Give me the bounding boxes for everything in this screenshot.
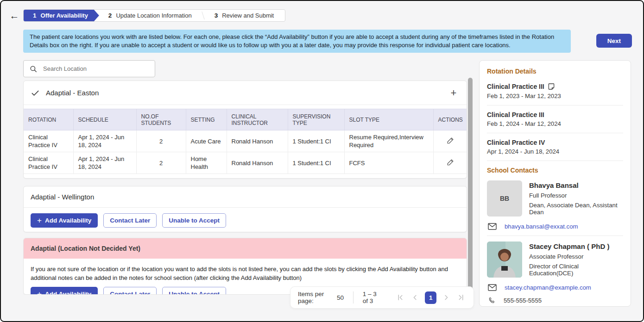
col-schedule: SCHEDULE xyxy=(73,109,136,130)
rotation-details-panel: Rotation Details Clinical Practice III F… xyxy=(479,60,631,307)
rotation-item: Clinical Practice III Feb 1, 2024 - Mar … xyxy=(487,111,623,133)
contact-name: Bhavya Bansal xyxy=(529,181,623,189)
contact-later-button[interactable]: Contact Later xyxy=(103,287,157,295)
items-per-page-label: Items per page: xyxy=(298,291,332,304)
step-review-submit[interactable]: 3 Review and Submit xyxy=(203,10,285,21)
add-availability-button[interactable]: + Add Availability xyxy=(31,287,98,295)
app-window: ← 1 Offer Availability 2 Update Location… xyxy=(0,0,644,322)
cell-setting: Acute Care xyxy=(186,130,227,152)
add-availability-button[interactable]: + Add Availability xyxy=(31,213,98,228)
cell-schedule: Apr 1, 2024 - Jun 18, 2024 xyxy=(73,130,136,152)
cell-instructor: Ronald Hanson xyxy=(227,152,288,174)
rotation-item: Clinical Practice III Feb 1, 2023 - Mar … xyxy=(487,82,623,105)
cell-rotation: Clinical Practice IV xyxy=(24,152,73,174)
cell-students: 2 xyxy=(136,130,186,152)
search-location-box xyxy=(23,60,155,77)
cell-supervision: 1 Student:1 CI xyxy=(288,130,344,152)
contact-title: Associate Professor xyxy=(529,253,623,260)
edit-slot-button[interactable] xyxy=(446,136,455,145)
add-slot-plus-button[interactable]: + xyxy=(448,87,460,99)
instructions-banner: The patient care locations you work with… xyxy=(23,30,571,53)
vertical-scrollbar[interactable] xyxy=(468,78,473,293)
phone-icon xyxy=(488,297,496,304)
contact-email-link[interactable]: bhavya.bansal@exxat.com xyxy=(505,223,578,230)
table-row: Clinical Practice IV Apr 1, 2024 - Jun 1… xyxy=(24,130,467,152)
cell-slot-type: FCFS xyxy=(344,152,433,174)
rotation-dates: Feb 1, 2024 - Mar 12, 2024 xyxy=(487,120,623,127)
col-setting: SETTING xyxy=(186,109,227,130)
contact-name: Stacey Chapman ( PhD ) xyxy=(529,242,623,250)
col-rotation: ROTATION xyxy=(24,109,73,130)
contact-phone: 555-555-5555 xyxy=(504,297,542,304)
location-title: Adaptial - Easton xyxy=(46,89,99,97)
pagination-bar: Items per page: 50 1 – 3 of 3 1 xyxy=(290,287,474,308)
check-icon xyxy=(31,88,40,98)
table-row: Clinical Practice IV Apr 1, 2024 - Jun 1… xyxy=(24,152,467,174)
step-offer-availability[interactable]: 1 Offer Availability xyxy=(24,10,99,21)
step-number: 1 xyxy=(33,12,37,19)
search-icon xyxy=(29,65,38,73)
plus-icon: + xyxy=(37,290,42,295)
col-students: NO.OF STUDENTS xyxy=(136,109,186,130)
back-button[interactable]: ← xyxy=(8,9,21,22)
note-icon[interactable] xyxy=(547,82,556,91)
contact-roles: Director of Clinical Education(DCE) xyxy=(529,263,623,277)
location-card-undecided: Adaptial (Location Not Decided Yet) If y… xyxy=(23,238,467,295)
col-supervision: SUPERVISION TYPE xyxy=(288,109,344,130)
next-button[interactable]: Next xyxy=(596,34,632,48)
slots-table: ROTATION SCHEDULE NO.OF STUDENTS SETTING… xyxy=(24,109,467,174)
location-title: Adaptial (Location Not Decided Yet) xyxy=(31,245,140,252)
contact-email-link[interactable]: stacey.chapman@example.com xyxy=(505,284,591,291)
previous-page-button[interactable] xyxy=(410,291,420,304)
search-location-input[interactable] xyxy=(43,65,149,72)
contact-card: Stacey Chapman ( PhD ) Associate Profess… xyxy=(487,242,623,279)
step-number: 2 xyxy=(108,12,112,19)
last-page-button[interactable] xyxy=(456,291,466,304)
unable-to-accept-button[interactable]: Unable to Accept xyxy=(162,213,226,228)
location-header-undecided[interactable]: Adaptial (Location Not Decided Yet) xyxy=(24,238,467,259)
edit-slot-button[interactable] xyxy=(446,158,455,167)
location-header-easton[interactable]: Adaptial - Easton + xyxy=(24,81,467,105)
contact-card: BB Bhavya Bansal Full Professor Dean, As… xyxy=(487,180,623,218)
col-slot-type: SLOT TYPE xyxy=(344,109,433,130)
step-number: 3 xyxy=(215,12,218,19)
page-range-label: 1 – 3 of 3 xyxy=(363,291,383,304)
contact-roles: Dean, Associate Dean, Assistant Dean xyxy=(529,202,623,216)
divider xyxy=(487,235,623,236)
cell-students: 2 xyxy=(136,152,186,174)
contact-title: Full Professor xyxy=(529,192,623,199)
unable-to-accept-button[interactable]: Unable to Accept xyxy=(162,287,226,295)
page-1-button[interactable]: 1 xyxy=(425,291,436,304)
contact-later-button[interactable]: Contact Later xyxy=(103,213,157,228)
step-update-location[interactable]: 2 Update Location Information xyxy=(96,10,203,21)
table-header-row: ROTATION SCHEDULE NO.OF STUDENTS SETTING… xyxy=(24,109,467,130)
location-header-wellington[interactable]: Adaptial - Wellington xyxy=(24,186,467,208)
email-icon xyxy=(488,284,497,291)
stepper: 1 Offer Availability 2 Update Location I… xyxy=(23,9,285,22)
avatar: BB xyxy=(487,180,522,217)
rotation-details-title: Rotation Details xyxy=(487,68,623,75)
rotation-item: Clinical Practice IV Apr 1, 2024 - Jun 1… xyxy=(487,139,623,161)
location-card-wellington: Adaptial - Wellington + Add Availability… xyxy=(23,186,467,232)
first-page-button[interactable] xyxy=(395,291,405,304)
email-icon xyxy=(488,223,497,230)
cell-rotation: Clinical Practice IV xyxy=(24,130,73,152)
next-page-button[interactable] xyxy=(441,291,451,304)
rotation-dates: Apr 1, 2024 - Jun 18, 2024 xyxy=(487,148,623,155)
cell-slot-type: Resume Required,Interview Required xyxy=(344,130,433,152)
step-label: Review and Submit xyxy=(222,12,274,19)
cell-supervision: 1 Student:1 CI xyxy=(288,152,344,174)
step-label: Update Location Information xyxy=(116,12,191,19)
location-title: Adaptial - Wellington xyxy=(31,193,94,201)
cell-setting: Home Health xyxy=(186,152,227,174)
school-contacts-title: School Contacts xyxy=(487,167,623,174)
undecided-note-text: If you are not sure of the location or i… xyxy=(24,259,467,287)
plus-icon: + xyxy=(37,216,42,225)
cell-instructor: Ronald Hanson xyxy=(227,130,288,152)
items-per-page-select[interactable]: 50 xyxy=(337,294,344,301)
avatar xyxy=(487,242,522,278)
col-instructor: CLINICAL INSTRUCTOR xyxy=(227,109,288,130)
location-card-easton: Adaptial - Easton + ROTATION SCHEDULE NO… xyxy=(23,80,467,179)
rotation-dates: Feb 1, 2023 - Mar 12, 2023 xyxy=(487,93,623,99)
col-actions: ACTIONS xyxy=(433,109,467,130)
